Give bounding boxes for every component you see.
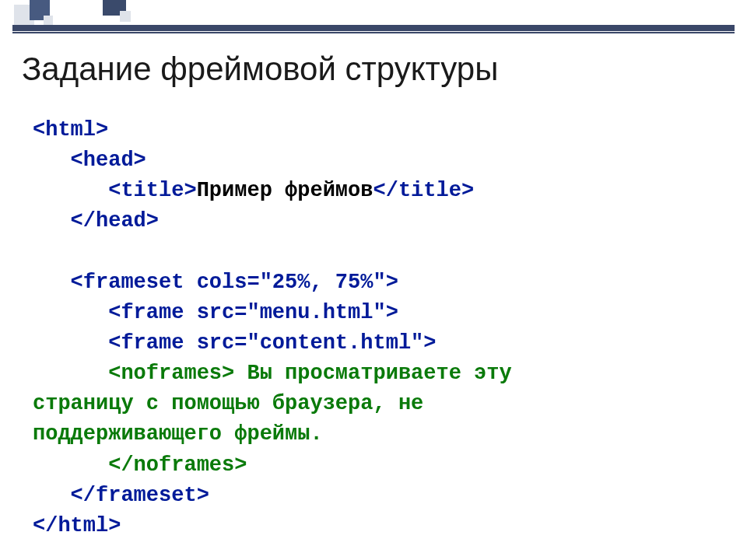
title-close-tag: </title> [373, 179, 474, 202]
deco-square-icon [120, 11, 131, 22]
indent [33, 209, 71, 233]
noframes-open-tag: <noframes> [108, 362, 234, 385]
deco-bar [12, 25, 735, 31]
indent [33, 179, 108, 202]
deco-bar [12, 32, 735, 33]
frame-tag: <frame src="content.html"> [108, 331, 436, 355]
indent [33, 484, 71, 507]
html-close-tag: </html> [33, 514, 121, 537]
indent [33, 331, 108, 355]
noframes-text: Вы просматриваете эту [234, 362, 511, 385]
indent [33, 301, 108, 324]
noframes-text: поддерживающего фреймы. [33, 422, 323, 446]
indent [33, 453, 108, 477]
noframes-close-tag: </noframes> [108, 453, 247, 477]
indent [33, 271, 71, 294]
frameset-tag: <frameset cols="25%, 75%"> [71, 271, 398, 294]
indent [33, 362, 108, 385]
noframes-text: страницу с помощью браузера, не [33, 392, 423, 415]
indent [33, 149, 71, 172]
html-tag: <html> [33, 118, 108, 142]
head-close-tag: </head> [71, 209, 159, 233]
title-text: Пример фреймов [197, 179, 374, 202]
frame-tag: <frame src="menu.html"> [108, 301, 398, 324]
code-example: <html> <head> <title>Пример фреймов</tit… [33, 115, 512, 541]
title-open-tag: <title> [108, 179, 196, 202]
frameset-close-tag: </frameset> [71, 484, 209, 507]
top-decoration [0, 0, 747, 37]
deco-square-icon [44, 16, 53, 25]
slide-title: Задание фреймовой структуры [22, 51, 498, 88]
head-tag: <head> [71, 149, 146, 172]
